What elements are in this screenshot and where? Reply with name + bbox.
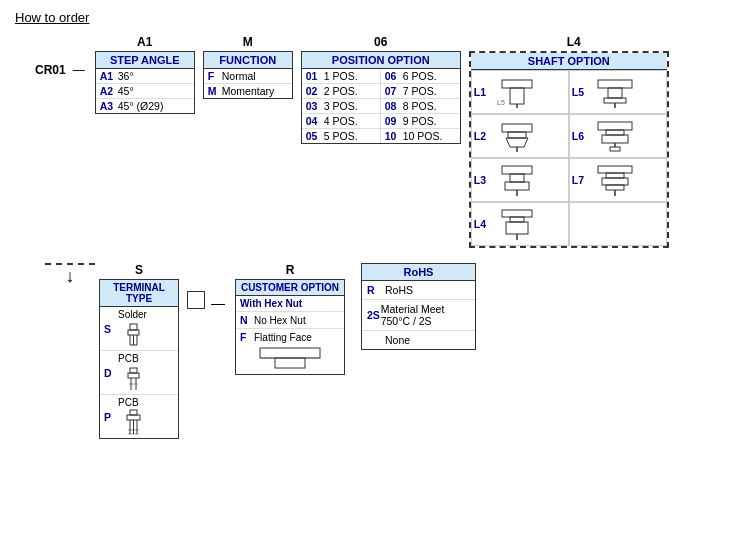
rohs-header: RoHS [362,264,475,281]
customer-header: CUSTOMER OPTION [236,280,344,296]
svg-rect-8 [502,124,532,132]
customer-option-box: CUSTOMER OPTION With Hex Nut N No Hex Nu… [235,279,345,375]
function-box: FUNCTION F Normal M Momentary [203,51,293,99]
s-code-indicator: S [97,263,181,277]
pos-row-08: 088 POS. [381,99,460,114]
terminal-type-box: TERMINAL TYPE S Solder [99,279,179,439]
svg-rect-21 [598,166,632,173]
svg-rect-5 [608,88,622,98]
svg-rect-1 [510,88,524,104]
svg-rect-17 [502,166,532,174]
step-angle-row-3: A3 45° (Ø29) [96,99,194,113]
terminal-header: TERMINAL TYPE [100,280,178,307]
svg-rect-14 [602,135,628,143]
terminal-pcb-d-row: D PCB [100,351,178,395]
pos-row-09: 099 POS. [381,114,460,129]
shaft-cell-l1: L1 L5 [471,70,569,114]
shaft-cell-l5: L5 [569,70,667,114]
svg-rect-28 [506,222,528,234]
step-angle-row-1: A1 36° [96,69,194,84]
rohs-row-r: R RoHS [362,281,475,300]
pos06-code-indicator: 06 [299,35,463,49]
svg-rect-41 [130,410,137,415]
l4-code-indicator: L4 [477,35,671,49]
svg-rect-48 [260,348,320,358]
svg-rect-18 [510,174,524,182]
pos-row-07: 077 POS. [381,84,460,99]
svg-rect-30 [130,324,137,330]
page-title: How to order [15,10,714,25]
svg-rect-16 [610,147,620,151]
m-code-indicator: M [201,35,295,49]
customer-flatting-row: F Flatting Face [236,329,344,374]
blank-square [187,291,205,309]
pos-row-05: 055 POS. [302,129,381,143]
customer-with-hex-row: With Hex Nut [236,296,344,312]
dash1: — [73,63,85,77]
svg-rect-4 [598,80,632,88]
top-code: CR01 [35,63,66,77]
pos-row-10: 1010 POS. [381,129,460,143]
terminal-solder-row: S Solder [100,307,178,351]
shaft-cell-l7: L7 [569,158,667,202]
pos-row-02: 022 POS. [302,84,381,99]
shaft-cell-l6: L6 [569,114,667,158]
svg-rect-26 [502,210,532,217]
shaft-cell-l4: L4 [471,202,569,246]
shaft-cell-l2: L2 [471,114,569,158]
r-code-indicator: R [233,263,347,277]
shaft-cell-l3: L3 [471,158,569,202]
function-row-1: F Normal [204,69,292,84]
svg-rect-24 [606,185,624,190]
svg-rect-27 [510,217,524,222]
svg-rect-36 [130,368,137,373]
svg-rect-12 [598,122,632,130]
pos-row-01: 011 POS. [302,69,381,84]
step-angle-row-2: A2 45° [96,84,194,99]
svg-rect-49 [275,358,305,368]
svg-rect-13 [606,130,624,135]
svg-rect-0 [502,80,532,88]
svg-rect-42 [127,415,140,420]
step-angle-box: STEP ANGLE A1 36° A2 45° A3 45° (Ø29) [95,51,195,114]
rohs-box: RoHS R RoHS 2S Material Meet 750°C / 2S … [361,263,476,350]
a1-code-indicator: A1 [93,35,197,49]
customer-no-hex-row: N No Hex Nut [236,312,344,329]
svg-rect-9 [508,132,526,138]
position-option-box: POSITION OPTION 011 POS. 066 POS. 022 PO… [301,51,461,144]
shaft-header: SHAFT OPTION [471,53,667,70]
step-angle-header: STEP ANGLE [96,52,194,69]
terminal-pcb-p-row: P PCB [100,395,178,438]
rohs-row-none: None [362,331,475,349]
svg-text:L5: L5 [497,99,505,106]
dash2: — [211,295,225,311]
shaft-option-box: SHAFT OPTION L1 L5 L5 [469,51,669,248]
svg-rect-19 [505,182,529,190]
rohs-row-2s: 2S Material Meet 750°C / 2S [362,300,475,331]
pos-row-03: 033 POS. [302,99,381,114]
svg-marker-10 [506,138,528,147]
position-header: POSITION OPTION [302,52,460,69]
svg-rect-6 [604,98,626,103]
svg-rect-31 [128,330,139,335]
svg-rect-22 [606,173,624,178]
svg-rect-23 [602,178,628,185]
svg-rect-37 [128,373,139,378]
pos-row-06: 066 POS. [381,69,460,84]
shaft-cell-empty [569,202,667,246]
pos-row-04: 044 POS. [302,114,381,129]
function-row-2: M Momentary [204,84,292,98]
function-header: FUNCTION [204,52,292,69]
